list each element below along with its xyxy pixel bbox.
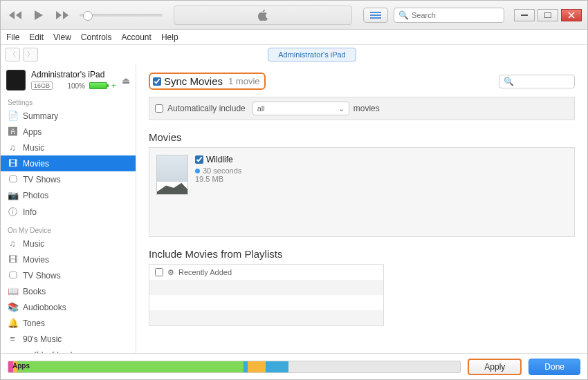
sidebar-item-label: Tones (23, 319, 45, 328)
sidebar-item-apps[interactable]: 🅰Apps (1, 124, 136, 140)
playlists-section-title: Include Movies from Playlists (149, 248, 575, 260)
device-capacity: 16GB (31, 82, 53, 90)
chevron-down-icon: ⌄ (338, 104, 344, 113)
storage-label: Apps (12, 362, 30, 370)
auto-include-suffix: movies (353, 104, 380, 113)
menu-file[interactable]: File (6, 32, 19, 42)
sidebar-item-label: Movies (23, 159, 49, 169)
svg-rect-0 (370, 12, 381, 13)
unwatched-dot-icon (195, 169, 200, 173)
sidebar-item-label: Music (23, 143, 44, 153)
sidebar-group-settings: Settings (1, 93, 136, 108)
done-button[interactable]: Done (529, 359, 580, 375)
playlist-row[interactable]: ⚙ Recently Added (149, 265, 383, 280)
playlist-row-empty (149, 310, 383, 325)
playlists-list: ⚙ Recently Added (149, 264, 384, 326)
svg-rect-2 (370, 17, 381, 19)
minimize-button[interactable] (514, 9, 535, 21)
playlist-name: Recently Added (178, 268, 232, 276)
sidebar-item-label: Books (23, 287, 46, 296)
sidebar-item-music[interactable]: ♫Music (1, 140, 136, 155)
search-input[interactable] (412, 11, 499, 19)
tv-icon: 🖵 (8, 174, 17, 184)
storage-seg (266, 361, 288, 372)
playlist-checkbox[interactable] (155, 268, 163, 276)
sidebar-item-movies2[interactable]: 🎞Movies (1, 251, 136, 267)
music-icon: ♫ (8, 238, 17, 249)
breadcrumb-pill[interactable]: Administrator's iPad (268, 48, 356, 61)
sidebar-item-tvshows2[interactable]: 🖵TV Shows (1, 267, 136, 283)
storage-seg (248, 361, 266, 372)
maximize-button[interactable] (538, 9, 558, 21)
sync-movies-label: Sync Movies (164, 75, 223, 87)
forward-nav-button[interactable]: 〉 (23, 48, 38, 61)
volume-slider[interactable] (80, 14, 163, 17)
movies-icon: 🎞 (8, 254, 17, 265)
dropdown-value: all (257, 104, 265, 113)
window-buttons (514, 9, 582, 21)
svg-rect-4 (544, 12, 551, 18)
sidebar-item-tvshows[interactable]: 🖵TV Shows (1, 171, 136, 187)
sync-movies-checkbox[interactable] (153, 77, 161, 86)
playlist-row-empty (149, 280, 383, 295)
auto-include-checkbox[interactable] (155, 104, 163, 113)
menu-account[interactable]: Account (122, 32, 151, 42)
movie-size: 19.5 MB (195, 175, 241, 183)
sidebar: Administrator's iPad 16GB 100% + ⏏ Setti… (1, 64, 136, 353)
doc-icon: 📄 (8, 111, 17, 121)
sidebar-item-label: Movies (23, 255, 49, 265)
sidebar-item-label: TV Shows (23, 175, 61, 184)
movies-icon: 🎞 (8, 158, 17, 169)
playlist-icon: ≡ (8, 350, 17, 353)
sidebar-item-label: Info (23, 207, 37, 217)
titlebar: 🔍 (1, 1, 587, 30)
sidebar-device-header[interactable]: Administrator's iPad 16GB 100% + ⏏ (1, 67, 136, 93)
sidebar-item-audiobooks[interactable]: 📚Audiobooks (1, 299, 136, 315)
sidebar-item-label: Photos (23, 191, 48, 200)
sidebar-item-music2[interactable]: ♫Music (1, 236, 136, 251)
auto-include-row: Automatically include all ⌄ movies (149, 97, 575, 120)
eject-icon[interactable]: ⏏ (122, 75, 130, 86)
search-box[interactable]: 🔍 (394, 8, 504, 23)
svg-rect-3 (521, 15, 528, 16)
battery-icon (89, 82, 107, 89)
sidebar-item-summary[interactable]: 📄Summary (1, 108, 136, 124)
rewind-button[interactable] (6, 8, 24, 23)
movies-search[interactable]: 🔍 (499, 75, 575, 88)
apply-button[interactable]: Apply (468, 359, 522, 375)
menu-help[interactable]: Help (161, 32, 178, 42)
movie-title-row[interactable]: Wildlife (195, 155, 241, 164)
play-button[interactable] (30, 8, 48, 23)
auto-include-label: Automatically include (167, 104, 246, 113)
menu-edit[interactable]: Edit (29, 32, 44, 42)
gear-icon: ⚙ (167, 268, 174, 277)
sidebar-item-label: asdfdasfdsad (23, 350, 72, 354)
menu-controls[interactable]: Controls (81, 32, 112, 42)
apple-logo-icon (258, 10, 268, 21)
auto-include-dropdown[interactable]: all ⌄ (252, 102, 349, 115)
music-icon: ♫ (8, 142, 17, 153)
sidebar-item-info[interactable]: ⓘInfo (1, 203, 136, 221)
view-mode-button[interactable] (363, 8, 388, 23)
forward-button[interactable] (53, 8, 71, 23)
sidebar-item-books[interactable]: 📖Books (1, 283, 136, 299)
close-button[interactable] (561, 9, 582, 21)
audiobooks-icon: 📚 (8, 302, 17, 312)
sync-movies-count: 1 movie (228, 76, 260, 86)
storage-bar[interactable]: Apps (8, 361, 461, 373)
back-button[interactable]: 〈 (5, 48, 20, 61)
storage-seg (288, 361, 460, 372)
sidebar-item-movies[interactable]: 🎞Movies (1, 155, 136, 171)
info-icon: ⓘ (8, 206, 17, 218)
sidebar-item-photos[interactable]: 📷Photos (1, 187, 136, 203)
movie-checkbox[interactable] (195, 155, 203, 164)
menu-view[interactable]: View (53, 32, 71, 42)
breadcrumb: Administrator's iPad (41, 48, 583, 61)
movie-thumbnail[interactable] (156, 155, 188, 195)
sidebar-group-ondevice: On My Device (1, 221, 136, 236)
sidebar-item-playlist[interactable]: ≡90's Music (1, 331, 136, 347)
search-icon: 🔍 (398, 10, 409, 20)
sidebar-item-playlist[interactable]: ≡asdfdasfdsad (1, 347, 136, 353)
sidebar-item-tones[interactable]: 🔔Tones (1, 315, 136, 331)
sidebar-item-label: TV Shows (23, 271, 61, 281)
